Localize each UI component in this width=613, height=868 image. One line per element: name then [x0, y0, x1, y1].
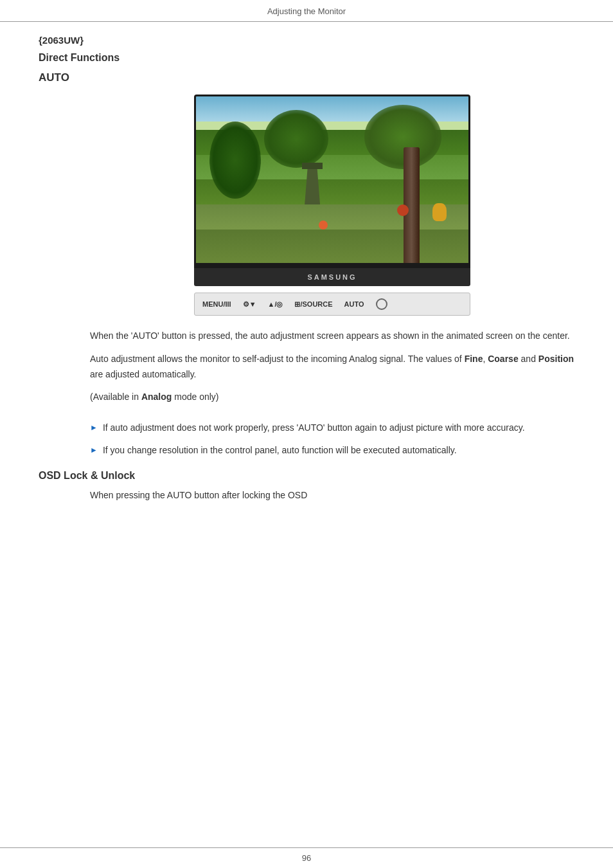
accent-orange [319, 221, 328, 230]
desc3-analog: Analog [141, 392, 172, 402]
description-1: When the 'AUTO' button is pressed, the a… [90, 329, 574, 344]
btn3-label: ▲/◎ [268, 300, 283, 309]
tip-text-1: If auto adjustment does not work properl… [103, 420, 525, 435]
desc2-before: Auto adjustment allows the monitor to se… [90, 354, 465, 364]
desc2-coarse: Coarse [488, 354, 518, 364]
foliage-left [209, 122, 261, 199]
monitor-image: SAMSUNG MENU/III ⚙▼ ▲/◎ ⊞/SOURCE AUTO [90, 95, 574, 316]
tip-arrow-1: ► [90, 422, 98, 434]
desc2-position: Position [538, 354, 574, 364]
tip-text-2: If you change resolution in the control … [103, 443, 457, 457]
samsung-logo: SAMSUNG [307, 273, 357, 281]
desc2-fine: Fine [465, 354, 483, 364]
desc3-before: (Available in [90, 392, 141, 402]
monitor-container: SAMSUNG MENU/III ⚙▼ ▲/◎ ⊞/SOURCE AUTO [194, 95, 470, 316]
monitor-bezel: SAMSUNG [194, 268, 470, 286]
direct-functions-title: Direct Functions [39, 52, 574, 64]
tip-item-1: ► If auto adjustment does not work prope… [90, 420, 574, 435]
page-header: Adjusting the Monitor [0, 0, 613, 22]
model-name: {2063UW} [39, 35, 574, 46]
description-section: When the 'AUTO' button is pressed, the a… [90, 329, 574, 405]
foliage-right [364, 105, 441, 169]
btn4-label: ⊞/SOURCE [294, 300, 332, 309]
btn2-label: ⚙▼ [243, 300, 256, 309]
scene-background [196, 96, 468, 263]
button-bar: MENU/III ⚙▼ ▲/◎ ⊞/SOURCE AUTO [194, 293, 470, 316]
page-footer: 96 [0, 847, 613, 868]
desc2-and: and [519, 354, 538, 364]
btn5-label: AUTO [344, 300, 364, 308]
desc2-after: are adjusted automatically. [90, 369, 197, 379]
desc3-after: mode only) [172, 392, 218, 402]
osd-description: When pressing the AUTO button after lock… [90, 488, 574, 503]
tip-arrow-2: ► [90, 444, 98, 457]
osd-title: OSD Lock & Unlock [39, 470, 574, 482]
tip-section: ► If auto adjustment does not work prope… [90, 420, 574, 457]
description-2: Auto adjustment allows the monitor to se… [90, 352, 574, 383]
accent-yellow [432, 203, 447, 221]
pagoda [299, 153, 325, 204]
tip-item-2: ► If you change resolution in the contro… [90, 443, 574, 457]
page-number: 96 [302, 853, 311, 863]
description-3: (Available in Analog mode only) [90, 390, 574, 405]
header-title: Adjusting the Monitor [267, 6, 346, 16]
power-button [376, 298, 387, 310]
menu-button-label: MENU/III [202, 300, 231, 308]
auto-title: AUTO [39, 71, 574, 84]
monitor-screen [194, 95, 470, 268]
